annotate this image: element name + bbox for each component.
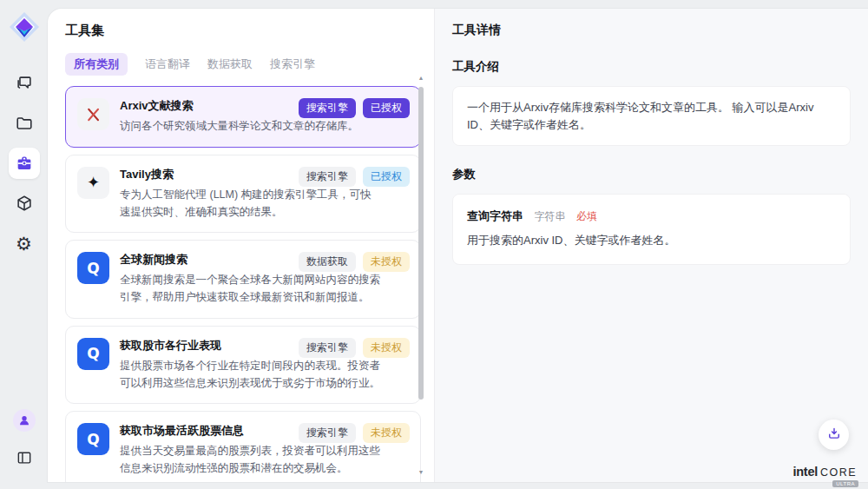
category-tabs: 所有类别语言翻译数据获取搜索引擎 (65, 53, 404, 76)
tool-card[interactable]: ✦Tavily搜索专为人工智能代理 (LLM) 构建的搜索引擎工具，可快速提供实… (65, 155, 421, 234)
arxiv-icon (77, 98, 109, 130)
scrollbar-thumb[interactable] (418, 87, 424, 400)
chat-icon (15, 74, 34, 93)
params-heading: 参数 (452, 167, 851, 182)
icon-rail: ⚙ (0, 0, 48, 482)
sidebar-item-settings[interactable]: ⚙ (9, 228, 40, 259)
param-name: 查询字符串 (467, 209, 523, 222)
tool-auth-tag: 已授权 (363, 167, 410, 187)
intro-text: 一个用于从Arxiv存储库搜索科学论文和文章的工具。 输入可以是Arxiv ID… (467, 99, 836, 133)
category-tab[interactable]: 所有类别 (65, 53, 128, 76)
core-wordmark: core Ultra (820, 466, 857, 479)
folder-icon (15, 114, 34, 133)
app-logo-icon (8, 10, 41, 43)
tool-tags: 搜索引擎已授权 (299, 167, 410, 187)
main-panel: 工具集 所有类别语言翻译数据获取搜索引擎 Arxiv文献搜索访问各个研究领域大量… (48, 9, 868, 482)
tool-auth-tag: 已授权 (363, 98, 410, 118)
category-tab[interactable]: 语言翻译 (145, 53, 190, 76)
tool-desc: 专为人工智能代理 (LLM) 构建的搜索引擎工具，可快速提供实时、准确和真实的结… (120, 187, 380, 221)
star-icon: ✦ (77, 167, 109, 199)
tool-category-tag: 搜索引擎 (299, 423, 356, 443)
tool-desc: 提供当天交易量最高的股票列表，投资者可以利用这些信息来识别流动性强的股票和潜在的… (120, 443, 380, 478)
sidebar-item-toolbox[interactable] (9, 148, 40, 179)
tool-auth-tag: 未授权 (363, 338, 410, 358)
intro-heading: 工具介绍 (452, 59, 851, 75)
tool-cards-list: Arxiv文献搜索访问各个研究领域大量科学论文和文章的存储库。搜索引擎已授权✦T… (65, 86, 421, 482)
category-tab[interactable]: 搜索引擎 (270, 53, 315, 76)
intro-card: 一个用于从Arxiv存储库搜索科学论文和文章的工具。 输入可以是Arxiv ID… (452, 86, 851, 146)
tool-card[interactable]: Q获取股市各行业表现提供股票市场各个行业在特定时间段内的表现。投资者可以利用这些… (65, 326, 421, 405)
scroll-down-icon[interactable]: ▼ (417, 469, 425, 475)
tool-card[interactable]: Arxiv文献搜索访问各个研究领域大量科学论文和文章的存储库。搜索引擎已授权 (65, 86, 421, 148)
param-required-badge: 必填 (576, 210, 597, 222)
download-icon (826, 426, 842, 445)
core-badge: Ultra (832, 480, 858, 487)
cube-icon (15, 194, 34, 213)
tool-category-tag: 搜索引擎 (299, 167, 356, 187)
category-tab[interactable]: 数据获取 (207, 53, 253, 76)
scroll-up-icon[interactable]: ▲ (417, 75, 425, 81)
intel-wordmark: intel (793, 465, 818, 479)
tool-tags: 数据获取未授权 (299, 252, 410, 272)
tool-tags: 搜索引擎未授权 (299, 423, 410, 443)
detail-title: 工具详情 (452, 23, 851, 38)
tool-desc: 提供股票市场各个行业在特定时间段内的表现。投资者可以利用这些信息来识别表现优于或… (120, 358, 380, 393)
download-button[interactable] (819, 420, 849, 450)
tool-auth-tag: 未授权 (363, 423, 410, 443)
collapse-panel-button[interactable] (9, 442, 40, 473)
tool-desc: 全球新闻搜索是一个聚合全球各大新闻网站内容的搜索引擎，帮助用户快速获取全球最新资… (120, 272, 380, 307)
tool-tags: 搜索引擎已授权 (299, 98, 410, 118)
param-card: 查询字符串 字符串 必填 用于搜索的Arxiv ID、关键字或作者姓名。 (452, 194, 851, 265)
tool-card[interactable]: Q全球新闻搜索全球新闻搜索是一个聚合全球各大新闻网站内容的搜索引擎，帮助用户快速… (65, 240, 421, 319)
param-desc: 用于搜索的Arxiv ID、关键字或作者姓名。 (467, 233, 836, 248)
tool-category-tag: 数据获取 (299, 252, 356, 272)
tool-category-tag: 搜索引擎 (299, 338, 356, 358)
param-type: 字符串 (534, 210, 565, 222)
app-root: ⚙ 工具集 所有类别语言翻译数据获取搜索引擎 Arxiv文献搜索访问各个研究领域… (0, 0, 868, 489)
tool-detail-panel: 工具详情 工具介绍 一个用于从Arxiv存储库搜索科学论文和文章的工具。 输入可… (434, 9, 868, 482)
toolset-title: 工具集 (65, 23, 404, 39)
q-search-icon: Q (77, 423, 109, 455)
sidebar-item-models[interactable] (9, 188, 40, 219)
tool-category-tag: 搜索引擎 (299, 98, 356, 118)
sidebar-item-files[interactable] (9, 108, 40, 139)
tool-tags: 搜索引擎未授权 (299, 338, 410, 358)
q-search-icon: Q (77, 252, 109, 284)
toolset-list-panel: 工具集 所有类别语言翻译数据获取搜索引擎 Arxiv文献搜索访问各个研究领域大量… (48, 9, 434, 482)
list-scrollbar[interactable]: ▲ ▼ (417, 75, 425, 475)
toolbox-icon (15, 154, 34, 173)
q-search-icon: Q (77, 338, 109, 370)
intel-core-logo: intel core Ultra (793, 465, 857, 479)
panel-layout-icon (16, 449, 33, 466)
gear-icon: ⚙ (16, 235, 32, 253)
tool-auth-tag: 未授权 (363, 252, 410, 272)
tool-card[interactable]: Q获取市场最活跃股票信息提供当天交易量最高的股票列表，投资者可以利用这些信息来识… (65, 411, 421, 482)
param-header: 查询字符串 字符串 必填 (467, 208, 836, 224)
sidebar-item-chat[interactable] (9, 68, 40, 99)
user-avatar[interactable] (13, 409, 36, 432)
tool-desc: 访问各个研究领域大量科学论文和文章的存储库。 (120, 118, 380, 135)
